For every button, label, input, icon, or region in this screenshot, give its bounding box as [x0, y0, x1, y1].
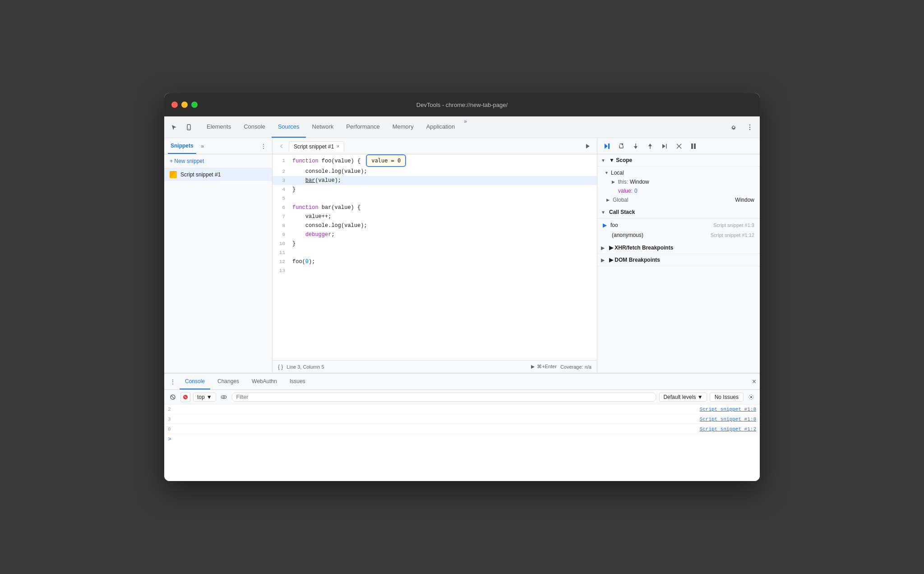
svg-marker-6 [531, 365, 535, 369]
console-clear-button[interactable] [168, 392, 178, 402]
console-output: 2 Script snippet #1:8 3 Script snippet #… [164, 404, 760, 481]
console-settings-icon[interactable] [746, 392, 756, 402]
tab-sources[interactable]: Sources [272, 116, 306, 138]
this-key: this: [618, 179, 628, 185]
console-tab-webauthn[interactable]: WebAuthn [246, 374, 282, 389]
console-source-3[interactable]: Script snippet #1:2 [700, 426, 756, 432]
console-line-num-2: 3 [168, 417, 181, 422]
local-arrow-icon: ▼ [605, 171, 611, 175]
tab-more-button[interactable]: » [461, 116, 470, 138]
maximize-button[interactable] [191, 102, 198, 108]
snippet-item[interactable]: Script snippet #1 [164, 168, 272, 181]
snippets-tab-label[interactable]: Snippets [168, 138, 196, 154]
tab-memory[interactable]: Memory [386, 116, 420, 138]
code-line-12: 12 foo(0); [273, 257, 597, 266]
editor-back-icon[interactable] [276, 141, 287, 152]
svg-marker-14 [634, 146, 638, 149]
console-filter-input[interactable] [231, 393, 657, 402]
console-context-selector[interactable]: top ▼ [193, 393, 216, 402]
mobile-icon[interactable] [182, 121, 195, 134]
console-tab-console[interactable]: Console [180, 374, 210, 389]
step-button[interactable] [659, 140, 670, 152]
callstack-loc-anonymous: Script snippet #1:12 [711, 232, 754, 238]
svg-rect-8 [608, 144, 610, 149]
console-close-button[interactable]: × [752, 378, 756, 386]
console-no-issues-button[interactable]: No Issues [710, 393, 744, 402]
global-val: Window [735, 197, 754, 203]
line-content-4: } [291, 185, 597, 194]
close-button[interactable] [171, 102, 178, 108]
console-menu-icon[interactable]: ⋮ [168, 377, 178, 387]
editor-tab-close-icon[interactable]: × [337, 144, 339, 149]
callstack-active-icon: ▶ [603, 222, 607, 228]
global-key: Global [613, 197, 628, 203]
line-content-1: function foo(value) {value = 0 [291, 154, 597, 167]
dom-breakpoints-header[interactable]: ▶ ▶ DOM Breakpoints [597, 254, 760, 266]
format-button[interactable]: { } [278, 364, 283, 370]
scope-section-header[interactable]: ▼ ▼ Scope [597, 154, 760, 167]
sidebar-more-icon[interactable]: » [198, 142, 207, 151]
coverage-status: Coverage: n/a [560, 364, 591, 370]
minimize-button[interactable] [181, 102, 188, 108]
code-line-7: 7 value++; [273, 212, 597, 221]
console-eye-button[interactable] [219, 392, 229, 402]
scope-global-item[interactable]: ▶ Global Window [597, 195, 760, 204]
console-source-1[interactable]: Script snippet #1:8 [700, 407, 756, 412]
svg-marker-16 [648, 144, 652, 146]
pause-button[interactable] [688, 140, 699, 152]
right-panel: ▼ ▼ Scope ▼ Local ▶ this: Window [597, 138, 760, 373]
cursor-icon[interactable] [168, 121, 180, 134]
dom-breakpoints-label: ▶ DOM Breakpoints [609, 257, 660, 263]
console-prompt[interactable]: > [164, 434, 760, 444]
line-content-12: foo(0); [291, 257, 597, 266]
callstack-item-foo[interactable]: ▶ foo Script snippet #1:3 [597, 220, 760, 230]
editor-file-tab-label: Script snippet #1 [294, 144, 334, 150]
tab-bar-right [727, 116, 756, 138]
tab-console[interactable]: Console [237, 116, 272, 138]
value-val: 0 [634, 188, 638, 194]
status-bar-left: { } Line 3, Column 5 [278, 364, 324, 370]
code-editor[interactable]: 1 function foo(value) {value = 0 2 conso… [273, 154, 597, 360]
step-into-button[interactable] [630, 140, 642, 152]
console-tab-changes[interactable]: Changes [212, 374, 245, 389]
this-arrow-icon: ▶ [612, 180, 618, 184]
more-options-icon[interactable] [744, 121, 756, 134]
settings-icon[interactable] [727, 121, 740, 134]
code-line-10: 10 } [273, 239, 597, 248]
scope-local-header[interactable]: ▼ Local [597, 168, 760, 177]
debug-toolbar [597, 138, 760, 154]
line-num-5: 5 [273, 194, 291, 203]
global-arrow-icon: ▶ [606, 198, 613, 202]
line-num-11: 11 [273, 248, 291, 257]
tab-elements[interactable]: Elements [200, 116, 237, 138]
console-toolbar: top ▼ Default levels ▼ No Issues [164, 390, 760, 404]
step-out-button[interactable] [644, 140, 656, 152]
tab-application[interactable]: Application [420, 116, 462, 138]
console-row-1: 2 Script snippet #1:8 [164, 404, 760, 414]
callstack-item-anonymous[interactable]: (anonymous) Script snippet #1:12 [597, 230, 760, 240]
deactivate-breakpoints-button[interactable] [673, 140, 685, 152]
tab-performance[interactable]: Performance [340, 116, 386, 138]
resume-button[interactable] [601, 140, 613, 152]
line-num-13: 13 [273, 266, 291, 275]
devtools-window: DevTools - chrome://new-tab-page/ Elemen… [164, 93, 760, 481]
sidebar-menu-icon[interactable]: ⋮ [259, 141, 268, 151]
run-shortcut: ⌘+Enter [537, 364, 557, 370]
status-position: Line 3, Column 5 [286, 364, 324, 370]
editor-file-tab[interactable]: Script snippet #1 × [289, 141, 344, 152]
line-num-6: 6 [273, 203, 291, 212]
console-source-2[interactable]: Script snippet #1:8 [700, 417, 756, 422]
console-tab-issues[interactable]: Issues [284, 374, 311, 389]
run-button[interactable]: ⌘+Enter [531, 364, 557, 370]
tab-network[interactable]: Network [306, 116, 340, 138]
new-snippet-button[interactable]: + New snippet [164, 154, 272, 168]
code-line-2: 2 console.log(value); [273, 167, 597, 176]
callstack-section-header[interactable]: ▼ Call Stack [597, 206, 760, 218]
code-line-3: 3 bar(value); [273, 176, 597, 185]
xhr-breakpoints-header[interactable]: ▶ ▶ XHR/fetch Breakpoints [597, 242, 760, 254]
console-filter-errors-button[interactable] [180, 392, 190, 402]
step-over-button[interactable] [615, 140, 627, 152]
console-default-levels-button[interactable]: Default levels ▼ [659, 393, 707, 402]
editor-run-button[interactable] [582, 141, 593, 152]
snippet-file-icon [170, 171, 177, 178]
